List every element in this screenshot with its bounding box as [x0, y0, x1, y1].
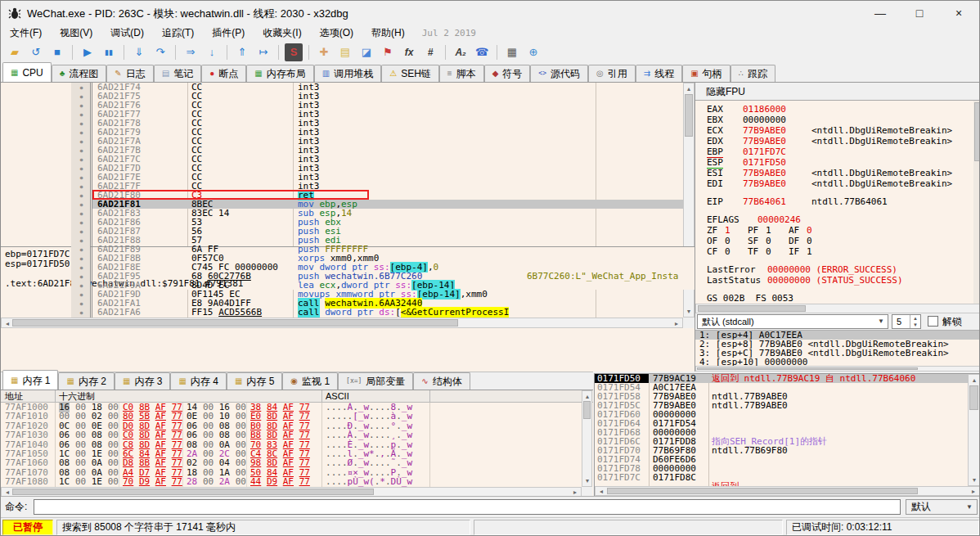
register-row[interactable]: ECX77B9ABE0<ntdll.DbgUiRemoteBreakin> [695, 125, 980, 136]
attach-icon[interactable]: ☎ [473, 43, 491, 61]
tab-struct[interactable]: ∿结构体 [413, 372, 470, 390]
register-list[interactable]: EAX01186000EBX00000000ECX77B9ABE0<ntdll.… [695, 101, 980, 304]
tab-breakpoints[interactable]: ●断点 [201, 65, 246, 82]
tab-threads[interactable]: ⇉线程 [636, 65, 682, 82]
execute-till-return-icon[interactable]: ⇒ [182, 43, 200, 61]
stack-row[interactable]: 0171FD74D60FE6D6 [595, 455, 968, 464]
register-row[interactable]: CF0TF0IF1 [695, 246, 980, 257]
register-row[interactable]: GS 002B FS 0053 [695, 293, 980, 304]
calling-convention-select[interactable]: 默认 (stdcall)▼ [697, 314, 888, 329]
breakpoint-dot-icon[interactable]: ● [78, 137, 85, 146]
pause-icon[interactable]: ▮▮ [100, 43, 118, 61]
argument-hscrollbar[interactable] [695, 366, 980, 372]
register-row[interactable]: LastStatus00000000 (STATUS_SUCCESS) [695, 275, 980, 286]
disasm-hscrollbar[interactable]: ◂ ▸ [1, 318, 683, 328]
stack-row[interactable]: 0171FD5C77B9ABE0ntdll.77B9ABE0 [595, 401, 968, 410]
disassembly-pane[interactable]: ●6AD21F74CCint3●6AD21F75CCint3●6AD21F76C… [1, 83, 695, 372]
menu-item[interactable]: 选项(O) [311, 25, 362, 40]
command-input[interactable] [34, 499, 901, 515]
stack-row[interactable]: 0171FD5077B9AC19返回到 ntdll.77B9AC19 自 ntd… [595, 374, 968, 383]
run-to-user-code-icon[interactable]: ↦ [254, 43, 272, 61]
register-row[interactable]: EBP0171FD7C [695, 146, 980, 157]
breakpoint-dot-icon[interactable]: ● [78, 227, 85, 236]
menu-item[interactable]: 文件(F) [1, 25, 51, 40]
stack-pane[interactable]: 0171FD5077B9AC19返回到 ntdll.77B9AC19 自 ntd… [594, 373, 980, 496]
unlock-checkbox[interactable] [928, 316, 938, 327]
breakpoint-dot-icon[interactable]: ● [78, 236, 85, 245]
disasm-row[interactable]: ●6AD21F80C3ret [1, 191, 683, 200]
tab-watch-1[interactable]: ◉监视 1 [282, 372, 338, 390]
register-row[interactable]: EDI77B9ABE0<ntdll.DbgUiRemoteBreakin> [695, 178, 980, 189]
menu-item[interactable]: 视图(V) [51, 25, 101, 40]
stack-row[interactable]: 0171FD7C0171FD8C [595, 473, 968, 482]
breakpoint-dot-icon[interactable]: ● [78, 92, 85, 101]
stack-row[interactable]: 0171FD640171FD54 [595, 419, 968, 428]
tab-references[interactable]: ◎引用 [588, 65, 636, 82]
jump-up-icon[interactable]: ⇑ [233, 43, 251, 61]
tab-memory-2[interactable]: ▦内存 2 [58, 372, 114, 390]
breakpoint-dot-icon[interactable]: ● [78, 245, 85, 254]
breakpoint-dot-icon[interactable]: ● [78, 146, 85, 155]
hide-fpu-button[interactable]: 隐藏FPU [695, 83, 980, 101]
breakpoint-dot-icon[interactable]: ● [78, 290, 85, 299]
register-row[interactable]: EIP77B64061ntdll.77B64061 [695, 196, 980, 207]
tab-trace[interactable]: ∴跟踪 [731, 65, 775, 82]
breakpoint-dot-icon[interactable]: ● [78, 254, 85, 263]
tab-memory-1[interactable]: ▦内存 1 [2, 370, 58, 390]
memory-dump-pane[interactable]: 地址 十六进制 ASCII 77AF100016 00 18 00C0 8B A… [1, 390, 593, 496]
run-icon[interactable]: ▶ [79, 43, 97, 61]
tab-notes[interactable]: ▤笔记 [154, 65, 201, 82]
calculator-icon[interactable]: ▦ [503, 43, 521, 61]
register-row[interactable]: EAX01186000 [695, 104, 980, 115]
tab-memory-map[interactable]: ▦内存布局 [246, 65, 313, 82]
argument-list[interactable]: 1: [esp+4] A0C17EEA2: [esp+8] 77B9ABE0 <… [695, 330, 980, 366]
scylla-icon[interactable]: S [285, 43, 303, 61]
tab-graph[interactable]: ♣流程图 [52, 65, 107, 82]
tab-seh[interactable]: ⚠SEH链 [381, 65, 439, 82]
close-button[interactable]: × [940, 1, 978, 25]
maximize-button[interactable]: □ [901, 1, 938, 25]
bookmarks-icon[interactable]: ⚑ [379, 43, 397, 61]
stop-icon[interactable]: ■ [48, 43, 66, 61]
register-row[interactable]: ESI77B9ABE0<ntdll.DbgUiRemoteBreakin> [695, 168, 980, 178]
breakpoint-dot-icon[interactable]: ● [78, 308, 85, 317]
breakpoint-dot-icon[interactable]: ● [78, 191, 85, 200]
command-profile-dropdown[interactable]: 默认▼ [906, 499, 978, 515]
tab-cpu[interactable]: ▦CPU [2, 62, 52, 82]
breakpoint-dot-icon[interactable]: ● [78, 263, 85, 272]
tab-symbols[interactable]: ◆符号 [484, 65, 531, 82]
register-row[interactable]: EDX77B9ABE0<ntdll.DbgUiRemoteBreakin> [695, 136, 980, 146]
breakpoint-dot-icon[interactable]: ● [78, 272, 85, 281]
stack-vscrollbar[interactable]: ▴ ▾ [968, 374, 980, 486]
breakpoint-dot-icon[interactable]: ● [78, 173, 85, 182]
stack-hscrollbar[interactable]: ◂ ▸ [595, 486, 980, 496]
menu-item[interactable]: 调试(D) [101, 25, 153, 40]
breakpoint-dot-icon[interactable]: ● [78, 110, 85, 119]
register-row[interactable]: OF0SF0DF0 [695, 236, 980, 246]
menu-item[interactable]: 收藏夹(I) [254, 25, 310, 40]
comments-icon[interactable]: ▤ [336, 43, 354, 61]
open-file-icon[interactable]: ▰ [6, 43, 24, 61]
breakpoint-dot-icon[interactable]: ● [78, 218, 85, 227]
breakpoint-dot-icon[interactable]: ● [78, 164, 85, 173]
tab-log[interactable]: ✎日志 [106, 65, 153, 82]
labels-icon[interactable]: ◪ [357, 43, 375, 61]
tab-script[interactable]: ≡脚本 [439, 65, 484, 82]
breakpoint-dot-icon[interactable]: ● [78, 200, 85, 209]
step-out-icon[interactable]: ↓ [203, 43, 221, 61]
tab-memory-5[interactable]: ▦内存 5 [227, 372, 282, 390]
globe-icon[interactable]: ⊕ [524, 43, 542, 61]
menu-item[interactable]: 追踪(T) [153, 25, 203, 40]
breakpoint-dot-icon[interactable]: ● [78, 83, 85, 92]
breakpoint-dot-icon[interactable]: ● [78, 209, 85, 218]
tab-source[interactable]: <>源代码 [530, 65, 588, 82]
tab-memory-4[interactable]: ▦内存 4 [170, 372, 226, 390]
disasm-row[interactable]: ●6AD21FA6FF15 ACD5566Bcall dword ptr ds:… [1, 308, 683, 317]
register-row[interactable]: LastError00000000 (ERROR_SUCCESS) [695, 264, 980, 275]
breakpoint-dot-icon[interactable]: ● [78, 101, 85, 110]
dump-vscrollbar[interactable]: ▴ ▾ [582, 390, 592, 487]
register-row[interactable]: ESP0171FD50 [695, 157, 980, 168]
argument-row[interactable]: 4: [esp+10] 00000000 [695, 358, 980, 366]
patches-icon[interactable]: ✚ [315, 43, 333, 61]
register-row[interactable]: EBX00000000 [695, 115, 980, 125]
